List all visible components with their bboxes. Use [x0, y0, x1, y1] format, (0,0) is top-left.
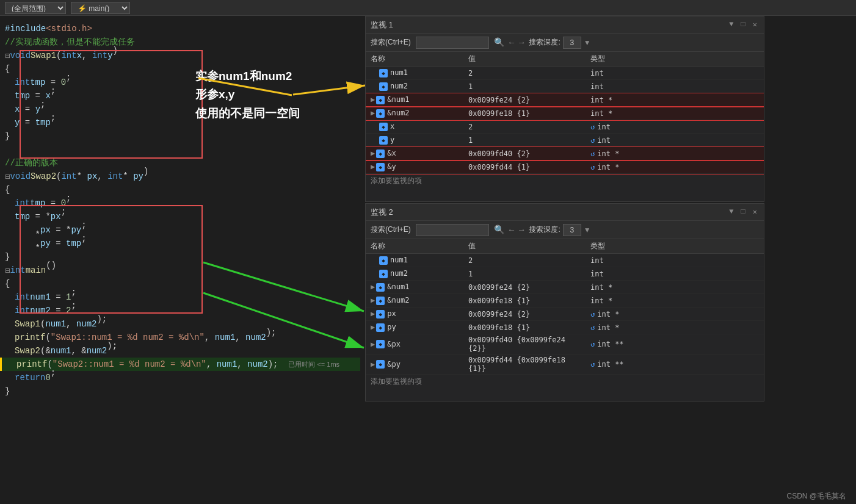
var-icon: ◆: [376, 310, 385, 319]
expand-icon[interactable]: ▶: [371, 283, 375, 291]
watch-row-value: 0x0099fe24 {2}: [463, 93, 586, 107]
watch1-search-bar: 搜索(Ctrl+E) 🔍 ← → 搜索深度: ▼: [366, 34, 764, 52]
code-line-6: tmp = x;: [0, 89, 360, 103]
watch2-add[interactable]: 添加要监视的项: [366, 375, 764, 389]
table-row: ▶◆py0x0099fe18 {1}↺int *: [366, 321, 764, 334]
watch-row-type: int: [586, 80, 764, 93]
expand-icon[interactable]: ▶: [371, 95, 375, 104]
annotation: 实参num1和num2 形参x,y 使用的不是同一空间: [195, 67, 300, 123]
watch-row-type: ↺int **: [586, 334, 764, 355]
watch1-search-icon[interactable]: 🔍: [494, 37, 504, 48]
collapse-main[interactable]: ⊟: [5, 265, 10, 276]
watch1-search-label: 搜索(Ctrl+E): [371, 37, 411, 48]
watch1-forward-btn[interactable]: →: [519, 38, 524, 48]
code-line-27: return 0;: [0, 371, 360, 384]
watch-row-name: ◆y: [366, 134, 463, 147]
refresh-icon: ↺: [590, 323, 595, 332]
collapse-swap2[interactable]: ⊟: [5, 171, 10, 182]
table-row: ◆x2↺int: [366, 120, 764, 134]
watch-row-name: ▶◆&y: [366, 160, 463, 174]
expand-icon[interactable]: ▶: [371, 360, 375, 369]
watch-row-value: 0x0099fe18 {1}: [463, 107, 586, 120]
expand-icon[interactable]: ▶: [371, 162, 375, 171]
watch-row-value: 0x0099fd44 {0x0099fe18 {1}}: [463, 355, 586, 375]
watch1-back-btn[interactable]: ←: [509, 38, 514, 48]
watch1-depth-input[interactable]: [563, 37, 581, 49]
function-dropdown[interactable]: ⚡ main(): [71, 2, 130, 14]
watch2-header-row: 名称 值 类型: [366, 239, 764, 254]
expand-icon[interactable]: ▶: [371, 149, 375, 157]
watch1-col-type: 类型: [586, 52, 764, 67]
code-editor: #include <stdio.h> //实现成函数，但是不能完成任务 ⊟voi…: [0, 16, 360, 504]
code-line-14: int tmp = 0;: [0, 196, 360, 210]
collapse-swap1[interactable]: ⊟: [5, 51, 10, 61]
var-icon: ◆: [376, 340, 385, 348]
watch1-table: 名称 值 类型 ◆num12int◆num21int▶◆&num10x0099f…: [366, 52, 764, 174]
watch-row-type: int *: [586, 107, 764, 120]
watch-row-type: int: [586, 267, 764, 281]
expand-icon[interactable]: ▶: [371, 340, 375, 348]
watch2-restore[interactable]: □: [739, 207, 747, 217]
watch2-close[interactable]: ✕: [751, 207, 759, 217]
watch2-forward-btn[interactable]: →: [519, 225, 524, 235]
scope-dropdown[interactable]: (全局范围): [5, 2, 66, 14]
watch-row-value: 1: [463, 80, 586, 93]
watch2-depth-input[interactable]: [563, 224, 581, 236]
watch1-title: 监视 1: [371, 20, 393, 31]
watch2-header: 监视 2 ▼ □ ✕: [366, 204, 764, 221]
watch2-minimize[interactable]: ▼: [727, 207, 735, 217]
watch1-add[interactable]: 添加要监视的项: [366, 174, 764, 188]
watch2-back-btn[interactable]: ←: [509, 225, 514, 235]
watch1-header: 监视 1 ▼ □ ✕: [366, 16, 764, 34]
watch-row-name: ◆num2: [366, 80, 463, 93]
watch-row-name: ◆num1: [366, 254, 463, 267]
table-row: ▶◆&num10x0099fe24 {2}int *: [366, 93, 764, 107]
table-row: ▶◆&num10x0099fe24 {2}int *: [366, 281, 764, 294]
watch1-header-row: 名称 值 类型: [366, 52, 764, 67]
watch-row-type: int: [586, 254, 764, 267]
code-line-1: #include <stdio.h>: [0, 22, 360, 35]
watch-row-type: int *: [586, 294, 764, 308]
watch-row-type: ↺int *: [586, 308, 764, 321]
watch2-table: 名称 值 类型 ◆num12int◆num21int▶◆&num10x0099f…: [366, 239, 764, 375]
watch1-minimize[interactable]: ▼: [727, 20, 735, 29]
refresh-icon: ↺: [590, 360, 595, 369]
code-line-22: int num2 = 2;: [0, 304, 360, 317]
code-line-19: ⊟int main(): [0, 264, 360, 277]
top-bar: (全局范围) ⚡ main(): [0, 0, 856, 16]
watch1-close[interactable]: ✕: [751, 20, 759, 29]
expand-icon[interactable]: ▶: [371, 323, 375, 331]
expand-icon[interactable]: ▶: [371, 109, 375, 117]
watch1-col-value: 值: [463, 52, 586, 67]
watch-row-type: ↺int: [586, 134, 764, 147]
code-line-21: int num1 = 1;: [0, 290, 360, 304]
table-row: ▶◆&y0x0099fd44 {1}↺int *: [366, 160, 764, 174]
table-row: ▶◆&py0x0099fd44 {0x0099fe18 {1}}↺int **: [366, 355, 764, 375]
code-line-8: y = tmp;: [0, 116, 360, 129]
expand-icon[interactable]: ▶: [371, 296, 375, 304]
expand-icon[interactable]: ▶: [371, 309, 375, 318]
watch1-restore[interactable]: □: [739, 20, 747, 29]
watch2-search-icon[interactable]: 🔍: [494, 225, 504, 235]
watch2-col-name: 名称: [366, 239, 463, 254]
var-icon: ◆: [376, 149, 385, 158]
table-row: ▶◆&num20x0099fe18 {1}int *: [366, 294, 764, 308]
watch2-body: 名称 值 类型 ◆num12int◆num21int▶◆&num10x0099f…: [366, 239, 764, 389]
watch-row-value: 0x0099fe24 {2}: [463, 281, 586, 294]
watch-row-name: ▶◆px: [366, 308, 463, 321]
refresh-icon: ↺: [590, 149, 595, 158]
watch-row-name: ▶◆&py: [366, 355, 463, 375]
watch-row-type: ↺int **: [586, 355, 764, 375]
watch2-search-input[interactable]: [416, 224, 489, 236]
watch-row-value: 2: [463, 120, 586, 134]
watch-row-type: ↺int: [586, 120, 764, 134]
code-line-16: *px = *py;: [0, 223, 360, 237]
var-icon: ◆: [376, 96, 385, 104]
refresh-icon: ↺: [590, 123, 595, 131]
table-row: ◆num21int: [366, 267, 764, 281]
table-row: ◆num21int: [366, 80, 764, 93]
watch1-search-input[interactable]: [416, 37, 489, 49]
refresh-icon: ↺: [590, 310, 595, 319]
watch-row-value: 0x0099fd40 {2}: [463, 147, 586, 160]
watch-row-name: ▶◆py: [366, 321, 463, 334]
